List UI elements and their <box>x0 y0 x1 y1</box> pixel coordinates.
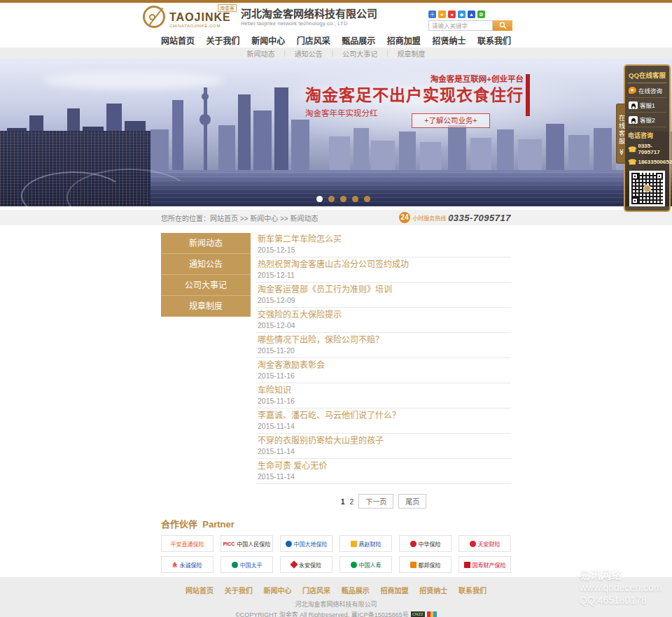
news-list-item[interactable]: 车险知识 2015-11-16 <box>256 383 511 409</box>
partner-logo[interactable]: PICC 中国人民保险 <box>220 535 273 552</box>
news-list-item[interactable]: 新车第二年车险怎么买 2015-12-15 <box>256 232 511 257</box>
subnav-item-news[interactable]: 新闻动态 <box>237 48 284 59</box>
partner-mark-icon <box>464 562 470 568</box>
footer-copyright: ©COPYRIGHT 淘金客 All Rightreserved. 冀ICP备1… <box>0 610 672 617</box>
partner-logo[interactable]: 平安直通保险 <box>161 535 214 552</box>
online-consult-link[interactable]: 在线咨询 <box>628 83 666 98</box>
nav-item-contact[interactable]: 联系我们 <box>477 34 511 46</box>
news-list-item[interactable]: 生命可贵 爱心无价 2015-11-14 <box>256 459 511 484</box>
partner-logo[interactable]: 中国大地保险 <box>280 535 332 552</box>
police-badge-icon[interactable] <box>427 611 437 617</box>
banner-dot-4[interactable] <box>352 196 358 202</box>
partner-logo[interactable]: 都邦保险 <box>399 556 451 573</box>
nav-item-products[interactable]: 甄品展示 <box>342 34 375 46</box>
partner-mark-icon <box>410 541 416 547</box>
news-list-item[interactable]: 淘金客激励表彰会 2015-11-16 <box>256 358 511 383</box>
hotline-24-badge: 24 <box>399 212 410 223</box>
search-button[interactable] <box>493 20 512 31</box>
news-list-item[interactable]: 哪些情况下出险，保险公司不赔？ 2015-11-20 <box>256 333 511 358</box>
news-list-item[interactable]: 不穿的衣服别扔寄给大山里的孩子 2015-11-14 <box>256 434 511 459</box>
partner-logo[interactable]: 永 永诚保险 <box>161 556 214 573</box>
footer-nav-products[interactable]: 甄品展示 <box>342 585 370 595</box>
sidebar-item-rules[interactable]: 规章制度 <box>161 296 251 317</box>
partner-mark-icon <box>232 562 238 568</box>
cloud <box>42 71 224 90</box>
banner-headline: 淘金客足不出户实现衣食住行 <box>305 86 524 105</box>
nav-item-about[interactable]: 关于我们 <box>206 34 240 46</box>
nav-item-home[interactable]: 网站首页 <box>161 34 195 46</box>
subnav-item-notice[interactable]: 通知公告 <box>286 48 332 59</box>
phone-icon: ☎ <box>628 158 636 166</box>
qq-panel-title: QQ在线客服 <box>628 68 666 83</box>
news-list-item[interactable]: 热烈祝贺淘金客唐山古冶分公司签约成功 2015-12-11 <box>256 257 511 283</box>
page-2[interactable]: 2 <box>350 497 354 506</box>
service-phone-2[interactable]: ☎ 18633500652 <box>628 157 666 167</box>
nav-item-recruit[interactable]: 招贤纳士 <box>432 34 465 46</box>
qzone-icon[interactable]: ◆ <box>458 10 465 18</box>
pagination: 1 2 下一页 尾页 <box>256 494 511 509</box>
share-plus-icon[interactable]: ＋ <box>428 10 436 18</box>
banner-dot-5[interactable] <box>364 196 370 202</box>
sidebar-item-events[interactable]: 公司大事记 <box>161 275 251 296</box>
nav-item-franchise[interactable]: 招商加盟 <box>387 34 421 46</box>
footer-nav-about[interactable]: 关于我们 <box>225 585 253 595</box>
last-page-button[interactable]: 尾页 <box>398 494 426 509</box>
news-list-item[interactable]: 李嘉诚、潘石屹、马云他们说了什么？ 2015-11-14 <box>256 409 511 434</box>
footer-nav-recruit[interactable]: 招贤纳士 <box>419 585 447 595</box>
qq-agent-2[interactable]: 客服2 <box>628 113 666 127</box>
partner-logo[interactable]: 天安财险 <box>458 535 511 552</box>
partner-logo[interactable]: 中国太平 <box>220 556 273 573</box>
wechat-icon[interactable]: ✿ <box>477 10 485 18</box>
news-list-item[interactable]: 交强险的五大保险提示 2015-12-04 <box>256 308 511 333</box>
news-list: 新车第二年车险怎么买 2015-12-15 热烈祝贺淘金客唐山古冶分公司签约成功… <box>256 232 511 509</box>
partner-logo[interactable]: 永安保险 <box>280 556 332 573</box>
company-name-cn: 河北淘金客网络科技有限公司 <box>241 8 377 20</box>
banner-dot-3[interactable] <box>340 196 346 202</box>
partner-logo[interactable]: 中华保险 <box>399 535 451 552</box>
nav-item-stores[interactable]: 门店风采 <box>297 34 330 46</box>
page: 淘金客 TAOJINKE CHINATAOJINKE.COM 河北淘金客网络科技… <box>0 0 672 617</box>
next-page-button[interactable]: 下一页 <box>358 494 393 509</box>
service-phone-1[interactable]: ☎ 0335-7095717 <box>628 141 666 157</box>
page-1[interactable]: 1 <box>341 497 345 506</box>
main-nav: 网站首页 关于我们 新闻中心 门店风采 甄品展示 招商加盟 招贤纳士 联系我们 <box>0 32 672 48</box>
banner-dot-1[interactable] <box>316 196 323 202</box>
qq-agent-1[interactable]: 客服1 <box>628 98 666 113</box>
subnav-item-events[interactable]: 公司大事记 <box>333 48 386 59</box>
footer-nav-news[interactable]: 新闻中心 <box>263 585 291 595</box>
qq-service-panel: QQ在线客服 在线咨询 客服1 客服2 电话咨询 ☎ 0335-7095717 … <box>624 64 671 212</box>
news-category-menu: 新闻动态 通知公告 公司大事记 规章制度 <box>161 233 251 509</box>
hotline-label: 小时服务热线 <box>412 214 446 222</box>
share-icons: ＋ ★ ● ◆ ▲ ✿ <box>428 10 485 18</box>
nav-item-news[interactable]: 新闻中心 <box>251 34 285 46</box>
footer-nav-home[interactable]: 网站首页 <box>186 585 214 595</box>
news-list-item[interactable]: 淘金客运营部《员工行为准则》培训 2015-12-09 <box>256 283 511 308</box>
qr-code <box>629 171 665 206</box>
sub-nav: 新闻动态 | 通知公告 | 公司大事记 | 规章制度 <box>0 48 672 59</box>
partner-logo[interactable]: 国寿财产保险 <box>458 556 511 573</box>
sidebar-item-notice[interactable]: 通知公告 <box>161 254 251 275</box>
weibo-icon[interactable]: ● <box>448 10 456 18</box>
favorite-star-icon[interactable]: ★ <box>438 10 446 18</box>
logo-badge: 淘金客 <box>218 4 237 12</box>
subnav-item-rules[interactable]: 规章制度 <box>388 48 435 59</box>
breadcrumb[interactable]: 您所在的位置：网站首页 >> 新闻中心 >> 新闻动态 <box>161 213 318 223</box>
footer-nav-contact[interactable]: 联系我们 <box>458 585 486 595</box>
cnzz-badge-icon[interactable]: CNZZ <box>411 611 425 617</box>
logo-mark-icon <box>143 6 165 28</box>
search-input[interactable] <box>428 20 493 31</box>
sidebar-item-news[interactable]: 新闻动态 <box>161 233 251 254</box>
partner-mark-icon <box>290 560 298 568</box>
partner-logo[interactable]: 中国人寿 <box>340 556 392 573</box>
banner-dot-2[interactable] <box>328 196 335 202</box>
site-logo[interactable]: 淘金客 TAOJINKE CHINATAOJINKE.COM <box>143 6 237 28</box>
header: 淘金客 TAOJINKE CHINATAOJINKE.COM 河北淘金客网络科技… <box>0 3 672 32</box>
footer-nav-franchise[interactable]: 招商加盟 <box>381 585 409 595</box>
company-name-en: Hebei taojinke network technology co., L… <box>241 20 377 27</box>
online-service-tab[interactable]: 在线客服 ≫ <box>616 104 625 164</box>
tieba-icon[interactable]: ▲ <box>468 10 475 18</box>
footer-nav-stores[interactable]: 门店风采 <box>302 585 330 595</box>
partner-logo[interactable]: 燕赵财险 <box>340 535 392 552</box>
partner-mark-icon <box>351 541 357 547</box>
learn-business-button[interactable]: +了解公司业务+ <box>412 113 490 128</box>
